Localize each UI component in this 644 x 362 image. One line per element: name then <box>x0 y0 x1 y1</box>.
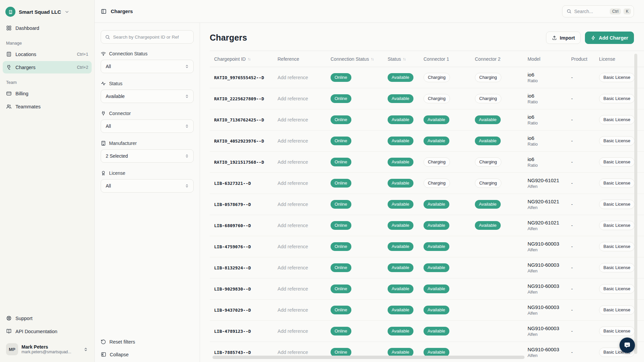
model-name: io6 <box>528 93 571 99</box>
sidebar-item-billing[interactable]: Billing <box>3 87 92 100</box>
table-row[interactable]: RATIO_9976555452--D Add reference Online… <box>210 67 644 88</box>
table-row[interactable]: RATIO_7136762425--D Add reference Online… <box>210 109 644 131</box>
license-badge: Basic License <box>599 284 635 294</box>
sidebar-item-teammates[interactable]: Teammates <box>3 100 92 113</box>
table-row[interactable]: LIB-9029830--D Add reference Online Avai… <box>210 278 644 300</box>
reset-filters-button[interactable]: Reset filters <box>101 339 135 345</box>
sidebar: Smart Squad LLC Dashboard Manage Locatio… <box>0 0 95 362</box>
filter-label: Connection Status <box>109 51 147 56</box>
add-charger-label: Add Charger <box>599 35 628 41</box>
license-select[interactable]: All <box>101 179 194 193</box>
status-select[interactable]: Available <box>101 90 194 103</box>
upload-icon <box>552 35 557 41</box>
connection-status-badge: Online <box>331 200 351 209</box>
add-reference-link[interactable]: Add reference <box>278 117 331 122</box>
add-reference-link[interactable]: Add reference <box>278 244 331 249</box>
model-name: NG920-61021 <box>528 199 571 204</box>
add-charger-button[interactable]: Add Charger <box>585 32 634 44</box>
table-row[interactable]: LIB-6809760--D Add reference Online Avai… <box>210 215 644 236</box>
license-badge: Basic License <box>599 326 635 336</box>
add-reference-link[interactable]: Add reference <box>278 159 331 165</box>
model-manufacturer: Alfen <box>528 290 571 295</box>
column-header-model: Model <box>528 56 571 62</box>
table-row[interactable]: LIB-7885743--D Add reference Online Avai… <box>210 342 644 362</box>
model-name: NG910-60003 <box>528 241 571 247</box>
plug-icon <box>101 111 106 116</box>
sort-icon[interactable]: ↑↓ <box>370 57 373 61</box>
product-value: - <box>571 286 599 292</box>
add-reference-link[interactable]: Add reference <box>278 265 331 270</box>
sidebar-item-support[interactable]: Support <box>3 312 92 324</box>
connector-select[interactable]: All <box>101 119 194 133</box>
org-switcher[interactable]: Smart Squad LLC <box>0 5 94 21</box>
table-row[interactable]: LIB-4759076--D Add reference Online Avai… <box>210 236 644 257</box>
column-header-chargepoint-id: Chargepoint ID↑↓ <box>214 56 278 62</box>
add-reference-link[interactable]: Add reference <box>278 75 331 80</box>
connection-status-badge: Online <box>331 94 351 103</box>
wifi-icon <box>101 51 106 56</box>
add-reference-link[interactable]: Add reference <box>278 286 331 292</box>
chat-launcher-button[interactable] <box>620 338 635 353</box>
import-button[interactable]: Import <box>546 32 581 44</box>
table-row[interactable]: RATIO_1921517568--D Add reference Online… <box>210 152 644 173</box>
license-badge: Basic License <box>599 94 635 103</box>
building-icon <box>6 51 12 57</box>
import-label: Import <box>560 35 575 41</box>
user-menu[interactable]: MP Mark Peters mark.peters@smartsquad... <box>3 341 91 357</box>
dashboard-grid-icon <box>6 25 12 31</box>
table-row[interactable]: LIB-6327321--D Add reference Online Avai… <box>210 173 644 194</box>
table-row[interactable]: LIB-8132924--D Add reference Online Avai… <box>210 257 644 278</box>
manufacturer-select[interactable]: 2 Selected <box>101 149 194 163</box>
model-manufacturer: Alfen <box>528 311 571 316</box>
chargepoint-id: LIB-9437029--D <box>214 308 278 313</box>
sidebar-item-chargers[interactable]: Chargers Ctrl+2 <box>3 61 92 73</box>
select-value: 2 Selected <box>106 153 128 159</box>
sidebar-item-api-docs[interactable]: API Documentation <box>3 325 92 338</box>
main-content: Chargers Import Add Charger Chargepoint … <box>200 23 644 362</box>
panel-left-icon[interactable] <box>101 8 107 14</box>
book-open-icon <box>6 328 12 334</box>
add-reference-link[interactable]: Add reference <box>278 350 331 355</box>
sort-icon[interactable]: ↑↓ <box>403 57 405 61</box>
add-reference-link[interactable]: Add reference <box>278 138 331 144</box>
shortcut-badge: Ctrl+2 <box>77 65 88 70</box>
sidebar-item-label: Teammates <box>15 104 88 109</box>
connector1-badge: Available <box>424 306 449 314</box>
status-badge: Available <box>388 327 413 335</box>
chargepoint-id: LIB-9029830--D <box>214 287 278 292</box>
add-reference-link[interactable]: Add reference <box>278 180 331 186</box>
license-badge: Basic License <box>599 242 635 251</box>
chargepoint-id: RATIO_2225627809--D <box>214 96 278 101</box>
global-search-input[interactable]: Search... Ctrl K <box>562 5 634 17</box>
filter-group-connector: Connector All <box>101 111 194 133</box>
add-reference-link[interactable]: Add reference <box>278 96 331 101</box>
table-row[interactable]: LIB-4789123--D Add reference Online Avai… <box>210 321 644 342</box>
sort-icon[interactable]: ↑↓ <box>247 57 250 61</box>
model-manufacturer: Alfen <box>528 226 571 231</box>
chargepoint-search-input[interactable]: Search by Chargepoint ID or Ref <box>101 30 194 44</box>
sidebar-item-locations[interactable]: Locations Ctrl+1 <box>3 48 92 60</box>
vertical-scrollbar[interactable] <box>634 54 637 354</box>
award-icon <box>101 170 106 176</box>
collapse-panel-button[interactable]: Collapse <box>101 352 135 357</box>
product-value: - <box>571 223 599 228</box>
table-row[interactable]: RATIO_4052923976--D Add reference Online… <box>210 131 644 152</box>
org-logo-icon <box>5 7 15 17</box>
horizontal-scrollbar[interactable] <box>212 356 525 359</box>
add-reference-link[interactable]: Add reference <box>278 202 331 207</box>
connector2-badge: Available <box>475 115 501 124</box>
add-reference-link[interactable]: Add reference <box>278 223 331 228</box>
column-header-reference: Reference <box>278 56 331 62</box>
table-row[interactable]: RATIO_2225627809--D Add reference Online… <box>210 88 644 109</box>
table-row[interactable]: LIB-0578679--D Add reference Online Avai… <box>210 194 644 215</box>
connection-status-select[interactable]: All <box>101 60 194 73</box>
chargepoint-id: LIB-4759076--D <box>214 244 278 249</box>
panel-left-close-icon <box>101 352 106 357</box>
table-row[interactable]: LIB-9437029--D Add reference Online Avai… <box>210 300 644 321</box>
chevrons-up-down-icon <box>185 94 189 99</box>
add-reference-link[interactable]: Add reference <box>278 307 331 313</box>
add-reference-link[interactable]: Add reference <box>278 328 331 334</box>
model-manufacturer: Ratio <box>528 142 571 147</box>
zap-icon <box>591 35 596 41</box>
sidebar-item-dashboard[interactable]: Dashboard <box>3 22 92 34</box>
